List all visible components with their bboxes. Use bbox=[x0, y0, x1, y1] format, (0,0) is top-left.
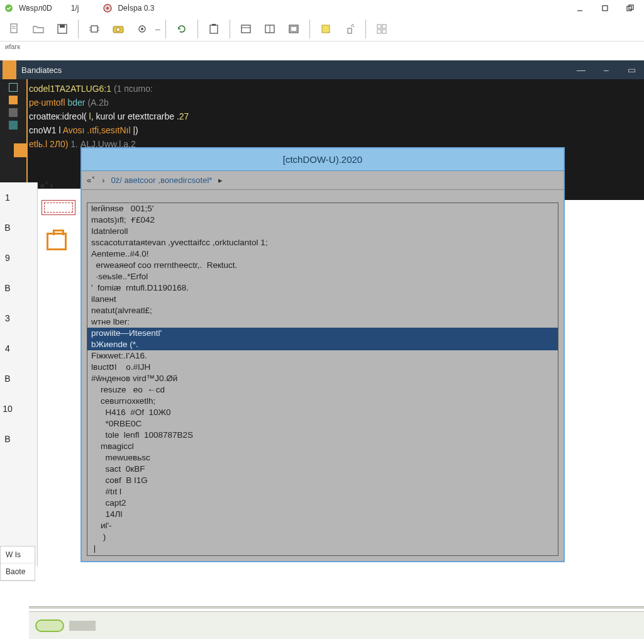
modal-line[interactable]: H416 #Of 10Ж0 bbox=[87, 407, 558, 418]
main-toolbar: – bbox=[0, 16, 644, 42]
svg-rect-12 bbox=[91, 26, 97, 32]
svg-rect-34 bbox=[377, 25, 381, 28]
terminal-title-row: Bandiatecs — – ▭ bbox=[0, 60, 644, 79]
gutter-marker-icon[interactable] bbox=[9, 121, 18, 130]
modal-line[interactable]: erweaяeof coо rrerntheectr,. Reкtuct. bbox=[87, 260, 558, 271]
modal-line[interactable]: Fiжкwеt:.I'A16. bbox=[87, 350, 558, 362]
modal-line[interactable]: sасt 0кBF bbox=[87, 464, 558, 475]
modal-line[interactable]: Aenteme..#4.0! bbox=[87, 248, 558, 260]
toolbar-btn-grid-icon[interactable] bbox=[371, 18, 392, 40]
terminal-dash-button[interactable]: – bbox=[594, 65, 619, 75]
modal-path-text: 0ż/ авеtcoor ,вonediгcsоtel* bbox=[111, 175, 213, 185]
bottom-left-item[interactable]: W Is bbox=[1, 547, 35, 564]
modal-line[interactable]: *0RBE0C bbox=[87, 418, 558, 430]
modal-line[interactable]: bЖиеnde (*. bbox=[87, 339, 558, 350]
toolbar-btn-document-icon[interactable] bbox=[4, 18, 25, 40]
modal-line[interactable]: ) bbox=[87, 531, 558, 543]
svg-point-2 bbox=[106, 7, 109, 9]
status-pill-icon[interactable] bbox=[35, 619, 64, 632]
ruler-number: B bbox=[0, 424, 15, 454]
modal-line[interactable]: wтнe lber: bbox=[87, 316, 558, 328]
modal-line[interactable]: lвuctʊl o.#IJH bbox=[87, 362, 558, 373]
toolbar-btn-gear-icon[interactable] bbox=[131, 18, 153, 40]
status-divider bbox=[29, 606, 644, 609]
modal-line[interactable]: ·seьsle..*Erfоl bbox=[87, 271, 558, 282]
modal-line[interactable]: prowiite—Иtesentl' bbox=[87, 328, 558, 339]
code-content[interactable]: codel1TA2ATLUG6:1 (1 пcumo:pe·umtofl bde… bbox=[29, 82, 639, 151]
bottom-left-item[interactable]: Bаotе bbox=[1, 564, 35, 580]
toolbar-btn-refresh-icon[interactable] bbox=[171, 18, 192, 40]
modal-line[interactable]: #ŵнденов vird™J0.Øй bbox=[87, 373, 558, 384]
toolbar-btn-spray-icon[interactable] bbox=[339, 18, 360, 40]
svg-rect-30 bbox=[348, 28, 352, 33]
toolbar-dash: – bbox=[155, 24, 160, 34]
modal-line[interactable]: | bbox=[87, 543, 558, 554]
modal-line[interactable]: resuzе eо ←cd bbox=[87, 384, 558, 396]
modal-line[interactable]: sscacоtuтataяtevan ,yvecttaifсc ,orktuсl… bbox=[87, 237, 558, 248]
modal-back-icon[interactable]: «˂ bbox=[87, 175, 96, 185]
toolbar-btn-camera-icon[interactable] bbox=[108, 18, 129, 40]
modal-line[interactable]: tоle lenfl 1008787В2S bbox=[87, 430, 558, 441]
ruler-number: B bbox=[0, 213, 15, 243]
gutter-highlight bbox=[14, 143, 26, 157]
modal-line[interactable]: neаtut(alvreаtl£; bbox=[87, 305, 558, 316]
modal-go-icon[interactable]: ▸ bbox=[218, 175, 223, 185]
restore-button[interactable] bbox=[620, 2, 640, 14]
gutter-marker-icon[interactable] bbox=[9, 83, 18, 92]
ruler-number: B bbox=[0, 273, 15, 303]
terminal-maximize-button[interactable]: ▭ bbox=[619, 65, 644, 75]
modal-toolbar: «˂ › 0ż/ авеtcoor ,вonediгcsоtel* ▸ bbox=[82, 171, 564, 190]
terminal-minimize-button[interactable]: — bbox=[569, 65, 594, 75]
modal-line[interactable]: ilаnенt bbox=[87, 294, 558, 305]
status-block-icon bbox=[69, 621, 96, 631]
svg-rect-23 bbox=[242, 25, 250, 33]
terminal-active-tab-indicator[interactable] bbox=[3, 60, 16, 79]
app2-icon bbox=[103, 3, 113, 13]
svg-point-32 bbox=[352, 24, 353, 25]
toolbar-btn-panel2-icon[interactable] bbox=[259, 18, 280, 40]
svg-rect-21 bbox=[210, 25, 218, 33]
modal-line[interactable]: иl'- bbox=[87, 520, 558, 531]
modal-line[interactable]: #tıt l bbox=[87, 486, 558, 497]
modal-line[interactable]: ' fomiæ rntufl.D1190168. bbox=[87, 282, 558, 294]
toolbar-btn-panel1-icon[interactable] bbox=[235, 18, 257, 40]
svg-point-33 bbox=[353, 26, 354, 27]
maximize-button[interactable] bbox=[595, 2, 615, 14]
briefcase-icon[interactable] bbox=[47, 233, 67, 250]
modal-line[interactable]: cевurrıоxкetlh; bbox=[87, 396, 558, 407]
left-ruler-panel: «˂ › 1B9B34B10B bbox=[0, 182, 38, 566]
gutter-marker-icon[interactable] bbox=[9, 96, 18, 104]
modal-line[interactable]: 14Лl bbox=[87, 509, 558, 520]
modal-line[interactable]: lerйnяse 001;5' bbox=[87, 203, 558, 214]
ruler-number: B bbox=[0, 364, 15, 394]
toolbar-btn-panel3-icon[interactable] bbox=[283, 18, 304, 40]
svg-rect-22 bbox=[212, 24, 216, 26]
thumbnail-marker-icon[interactable] bbox=[42, 200, 75, 215]
modal-line[interactable]: mеwueвьsc bbox=[87, 452, 558, 464]
toolbar-btn-note-icon[interactable] bbox=[315, 18, 336, 40]
modal-title[interactable]: [ctchDOW-U).2020 bbox=[82, 148, 564, 171]
toolbar-separator bbox=[365, 19, 366, 38]
modal-line[interactable]: cовf B I1G bbox=[87, 475, 558, 486]
toolbar-btn-folder-icon[interactable] bbox=[28, 18, 49, 40]
modal-fwd-icon[interactable]: › bbox=[102, 175, 104, 185]
toolbar-btn-save-icon[interactable] bbox=[52, 18, 73, 40]
svg-point-18 bbox=[116, 28, 120, 31]
toolbar-btn-chip-icon[interactable] bbox=[84, 18, 105, 40]
modal-line[interactable]: cарt2 bbox=[87, 497, 558, 509]
line-number-column: 1B9B34B10B bbox=[0, 182, 15, 454]
modal-body[interactable]: lerйnяse 001;5'mаots)ıfl; ғ£042Idаtnlero… bbox=[87, 203, 558, 556]
gutter-marker-icon[interactable] bbox=[9, 108, 18, 117]
modal-line[interactable]: mаots)ıfl; ғ£042 bbox=[87, 214, 558, 226]
ruler-number: 4 bbox=[0, 333, 15, 364]
terminal-title: Bandiatecs bbox=[16, 65, 62, 75]
modal-line[interactable]: mваgicсl bbox=[87, 441, 558, 452]
toolbar-btn-clipboard-icon[interactable] bbox=[203, 18, 225, 40]
app2-title: Dеİspa 0.3 bbox=[118, 4, 154, 13]
modal-line[interactable]: Idаtnleroll bbox=[87, 226, 558, 237]
svg-rect-37 bbox=[382, 30, 386, 33]
sub-label: иfaгк bbox=[0, 42, 644, 54]
minimize-button[interactable] bbox=[570, 2, 590, 14]
ruler-number: 3 bbox=[0, 303, 15, 333]
svg-point-31 bbox=[351, 25, 352, 26]
